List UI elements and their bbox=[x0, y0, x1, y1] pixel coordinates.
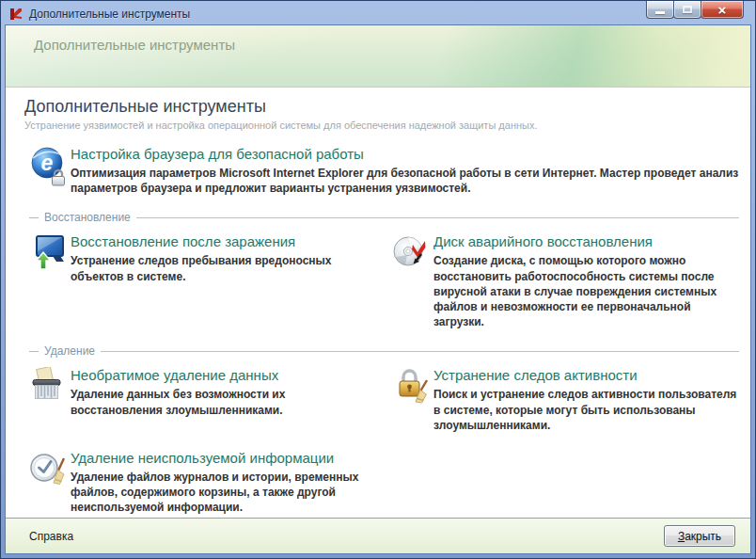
maximize-icon bbox=[683, 6, 692, 13]
monitor-restore-icon bbox=[29, 233, 67, 275]
section-label: Восстановление bbox=[44, 211, 131, 224]
tool-description: Удаление файлов журналов и истории, врем… bbox=[71, 470, 379, 516]
tool-description: Оптимизация параметров Microsoft Interne… bbox=[71, 166, 739, 196]
close-button-label: акрыть bbox=[685, 530, 721, 543]
delete-tools-grid: Необратимое удаление данных Удаление дан… bbox=[29, 367, 739, 515]
dialog-body: Дополнительные инструменты Дополнительны… bbox=[5, 24, 751, 554]
clock-broom-icon bbox=[29, 450, 67, 491]
separator-line bbox=[136, 217, 739, 218]
separator-dash bbox=[29, 217, 39, 218]
rescue-disk-icon bbox=[392, 233, 430, 275]
ie-browser-lock-icon: e bbox=[29, 146, 67, 187]
page-title: Дополнительные инструменты bbox=[24, 97, 727, 117]
tool-browser-configuration[interactable]: e Настройка браузера для безопасной рабо… bbox=[29, 146, 739, 196]
section-separator-restore: Восстановление bbox=[29, 211, 739, 224]
tool-rescue-disk[interactable]: Диск аварийного восстановления Создание … bbox=[392, 233, 739, 329]
caption-buttons: × bbox=[647, 1, 744, 19]
svg-text:e: e bbox=[41, 151, 54, 175]
content-area: Дополнительные инструменты Устранение уя… bbox=[6, 88, 750, 518]
window: Дополнительные инструменты × Дополнитель… bbox=[0, 0, 756, 559]
tool-title[interactable]: Необратимое удаление данных bbox=[71, 367, 379, 383]
section-separator-delete: Удаление bbox=[29, 344, 739, 358]
tool-description: Создание диска, с помощью которого можно… bbox=[433, 253, 739, 329]
titlebar[interactable]: Дополнительные инструменты bbox=[5, 1, 751, 24]
tool-data-shredder[interactable]: Необратимое удаление данных Удаление дан… bbox=[29, 367, 379, 433]
close-dialog-button[interactable]: Закрыть bbox=[664, 525, 735, 547]
window-title: Дополнительные инструменты bbox=[29, 8, 190, 21]
tool-unused-data-cleaner[interactable]: Удаление неиспользуемой информации Удале… bbox=[29, 450, 379, 516]
lock-broom-icon bbox=[392, 367, 430, 408]
shredder-icon bbox=[29, 367, 67, 408]
minimize-icon bbox=[655, 11, 665, 14]
tool-system-restore[interactable]: Восстановление после заражения Устранени… bbox=[29, 233, 379, 329]
separator-line bbox=[101, 351, 739, 352]
tool-description: Поиск и устранение следов активности пол… bbox=[433, 387, 739, 433]
banner-title: Дополнительные инструменты bbox=[34, 35, 250, 55]
footer-bar: Справка Закрыть bbox=[6, 518, 750, 553]
separator-dash bbox=[29, 351, 39, 352]
close-button[interactable]: × bbox=[701, 1, 744, 19]
tool-title[interactable]: Восстановление после заражения bbox=[71, 233, 379, 249]
tool-title[interactable]: Устранение следов активности bbox=[433, 367, 739, 383]
tool-description: Устранение следов пребывания вредоносных… bbox=[71, 253, 379, 283]
page-subtitle: Устранение уязвимостей и настройка опера… bbox=[24, 120, 727, 131]
restore-tools-grid: Восстановление после заражения Устранени… bbox=[29, 233, 739, 329]
tool-title[interactable]: Диск аварийного восстановления bbox=[433, 233, 739, 249]
tool-privacy-cleaner[interactable]: Устранение следов активности Поиск и уст… bbox=[392, 367, 739, 433]
tool-description: Удаление данных без возможности их восст… bbox=[71, 387, 379, 417]
section-label: Удаление bbox=[44, 344, 95, 358]
help-link[interactable]: Справка bbox=[29, 530, 73, 543]
header-banner: Дополнительные инструменты bbox=[6, 25, 750, 88]
tool-title[interactable]: Настройка браузера для безопасной работы bbox=[71, 146, 739, 162]
minimize-button[interactable] bbox=[646, 1, 674, 19]
tool-title[interactable]: Удаление неиспользуемой информации bbox=[71, 450, 379, 466]
close-icon: × bbox=[718, 3, 727, 17]
maximize-button[interactable] bbox=[673, 1, 701, 19]
kaspersky-app-icon bbox=[8, 7, 24, 22]
